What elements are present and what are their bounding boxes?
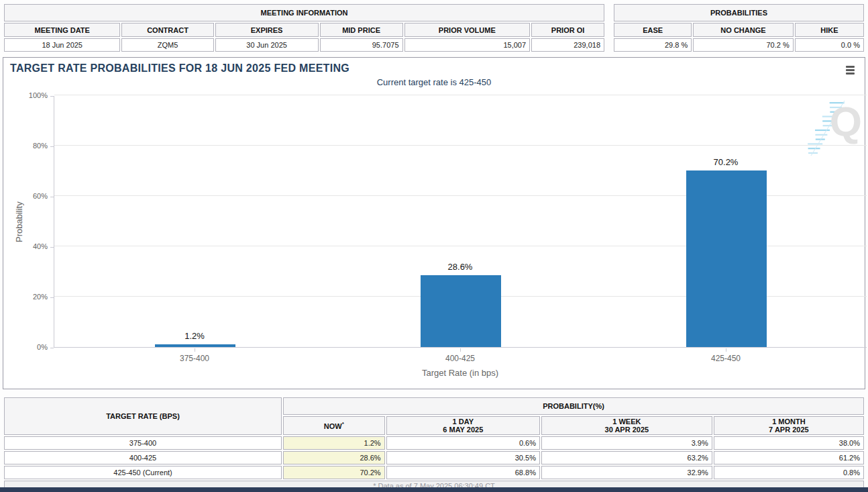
chart-context-menu-button[interactable] (845, 64, 856, 76)
contract-value: ZQM5 (121, 38, 213, 52)
col-header-hike: HIKE (795, 23, 864, 37)
week-value: 32.9% (541, 466, 712, 479)
target-rate-probabilities-chart: TARGET RATE PROBABILITIES FOR 18 JUN 202… (3, 57, 865, 389)
meeting-information-title: MEETING INFORMATION (4, 4, 604, 21)
col-header-expires: EXPIRES (215, 23, 319, 37)
no-change-value: 70.2 % (693, 38, 793, 52)
chart-subtitle: Current target rate is 425-450 (3, 77, 865, 87)
col-header-contract: CONTRACT (121, 23, 213, 37)
plot-area (54, 96, 867, 348)
y-tick-mark (50, 297, 54, 298)
now-footnote-mark: * (342, 421, 344, 427)
y-tick-label: 60% (6, 192, 48, 200)
now-value: 70.2% (283, 466, 385, 479)
rate-label: 425-450 (Current) (4, 466, 282, 479)
x-axis-title: Target Rate (in bps) (54, 368, 867, 378)
bar-data-label: 70.2% (686, 157, 766, 167)
probability-history-table: TARGET RATE (BPS) PROBABILITY(%) NOW* 1 … (3, 396, 865, 492)
meeting-information-table: MEETING INFORMATION MEETING DATE CONTRAC… (3, 3, 606, 53)
day-value: 68.8% (386, 466, 540, 479)
col-header-ease: EASE (614, 23, 692, 37)
table-row-400-425: 400-425 28.6% 30.5% 63.2% 61.2% (4, 451, 864, 464)
col-header-target-rate-bps: TARGET RATE (BPS) (4, 397, 282, 435)
y-tick-label: 80% (6, 142, 48, 150)
y-tick-label: 40% (6, 242, 48, 250)
top-summary-row: MEETING INFORMATION MEETING DATE CONTRAC… (0, 0, 868, 53)
gridline (54, 145, 867, 146)
col-header-meeting-date: MEETING DATE (4, 23, 120, 37)
probabilities-summary-table: PROBABILITIES EASE NO CHANGE HIKE 29.8 %… (612, 3, 865, 53)
rate-label: 375-400 (4, 436, 282, 450)
ease-value: 29.8 % (614, 38, 692, 52)
hike-value: 0.0 % (795, 38, 864, 52)
week-value: 3.9% (541, 436, 712, 450)
y-tick-mark (50, 247, 54, 248)
week-value: 63.2% (541, 451, 712, 464)
table-row-425-450-current: 425-450 (Current) 70.2% 68.8% 32.9% 0.8% (4, 466, 864, 479)
y-tick-mark (50, 348, 54, 348)
gridline (54, 95, 867, 95)
table-row-375-400: 375-400 1.2% 0.6% 3.9% 38.0% (4, 436, 864, 450)
now-value: 28.6% (283, 451, 385, 464)
rate-label: 400-425 (4, 451, 282, 464)
month-value: 0.8% (714, 466, 864, 479)
prior-oi-value: 239,018 (531, 38, 604, 52)
probabilities-title: PROBABILITIES (614, 4, 864, 21)
y-tick-label: 0% (6, 343, 48, 351)
chart-title: TARGET RATE PROBABILITIES FOR 18 JUN 202… (10, 62, 349, 75)
y-axis-title: Probability (13, 96, 25, 348)
bottom-bar (0, 487, 868, 492)
col-header-prior-oi: PRIOR OI (531, 23, 604, 37)
y-tick-mark (50, 146, 54, 147)
day-value: 30.5% (386, 451, 540, 464)
day-value: 0.6% (386, 436, 540, 450)
month-value: 61.2% (714, 451, 864, 464)
bar-400-425[interactable] (421, 275, 501, 347)
x-tick-label: 400-425 (406, 354, 514, 363)
x-tick-mark (726, 348, 726, 352)
col-header-prior-volume: PRIOR VOLUME (404, 23, 531, 37)
col-header-no-change: NO CHANGE (693, 23, 793, 37)
hamburger-menu-icon (846, 66, 855, 68)
bar-375-400[interactable] (155, 344, 235, 348)
meeting-date-value: 18 Jun 2025 (4, 38, 120, 52)
now-value: 1.2% (283, 436, 385, 450)
col-header-mid-price: MID PRICE (320, 23, 403, 37)
col-header-1-week: 1 WEEK 30 APR 2025 (541, 416, 712, 435)
col-header-1-month: 1 MONTH 7 APR 2025 (714, 416, 864, 435)
bar-data-label: 28.6% (420, 262, 500, 272)
expires-value: 30 Jun 2025 (215, 38, 319, 52)
x-tick-label: 375-400 (141, 354, 248, 363)
y-tick-label: 100% (6, 91, 48, 99)
probabilities-summary-row: 29.8 % 70.2 % 0.0 % (614, 38, 864, 52)
x-tick-mark (195, 348, 195, 352)
col-header-now: NOW* (283, 416, 385, 435)
y-tick-mark (50, 197, 54, 197)
y-tick-mark (50, 96, 54, 97)
prior-volume-value: 15,007 (404, 38, 531, 52)
col-group-probability-pct: PROBABILITY(%) (283, 397, 864, 415)
month-value: 38.0% (714, 436, 864, 450)
meeting-info-row: 18 Jun 2025 ZQM5 30 Jun 2025 95.7075 15,… (4, 38, 604, 52)
x-tick-label: 425-450 (672, 354, 779, 363)
y-tick-label: 20% (6, 293, 48, 301)
mid-price-value: 95.7075 (320, 38, 403, 52)
x-tick-mark (460, 348, 461, 352)
bar-data-label: 1.2% (154, 331, 235, 341)
col-header-1-day: 1 DAY 6 MAY 2025 (386, 416, 540, 435)
bar-425-450[interactable] (686, 170, 767, 347)
